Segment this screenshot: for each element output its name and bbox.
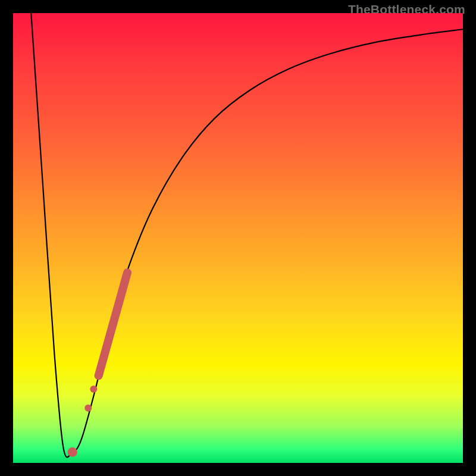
highlight-dots-group xyxy=(68,273,127,457)
highlight-dot xyxy=(90,386,97,393)
chart-frame: TheBottleneck.com xyxy=(0,0,476,476)
chart-svg xyxy=(13,13,463,463)
plot-area xyxy=(13,13,463,463)
highlight-segment xyxy=(99,273,127,375)
highlight-dot xyxy=(84,405,92,412)
highlight-dot xyxy=(68,447,77,457)
